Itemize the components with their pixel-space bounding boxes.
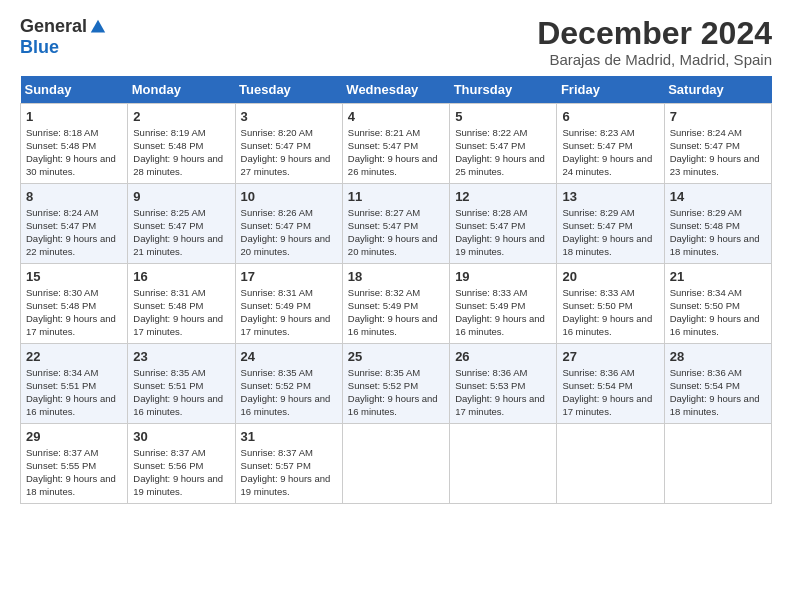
calendar-cell: [557, 424, 664, 504]
month-title: December 2024: [537, 16, 772, 51]
calendar-cell: 21Sunrise: 8:34 AMSunset: 5:50 PMDayligh…: [664, 264, 771, 344]
logo-general-text: General: [20, 16, 87, 37]
day-number: 21: [670, 268, 766, 286]
cell-content: Sunrise: 8:27 AMSunset: 5:47 PMDaylight:…: [348, 207, 444, 258]
calendar-cell: 7Sunrise: 8:24 AMSunset: 5:47 PMDaylight…: [664, 104, 771, 184]
calendar-cell: 16Sunrise: 8:31 AMSunset: 5:48 PMDayligh…: [128, 264, 235, 344]
cell-content: Sunrise: 8:18 AMSunset: 5:48 PMDaylight:…: [26, 127, 122, 178]
cell-content: Sunrise: 8:35 AMSunset: 5:51 PMDaylight:…: [133, 367, 229, 418]
cell-content: Sunrise: 8:29 AMSunset: 5:48 PMDaylight:…: [670, 207, 766, 258]
cell-content: Sunrise: 8:36 AMSunset: 5:53 PMDaylight:…: [455, 367, 551, 418]
calendar-cell: [664, 424, 771, 504]
cell-content: Sunrise: 8:24 AMSunset: 5:47 PMDaylight:…: [670, 127, 766, 178]
day-number: 10: [241, 188, 337, 206]
day-number: 9: [133, 188, 229, 206]
calendar-cell: 12Sunrise: 8:28 AMSunset: 5:47 PMDayligh…: [450, 184, 557, 264]
cell-content: Sunrise: 8:35 AMSunset: 5:52 PMDaylight:…: [241, 367, 337, 418]
logo-icon: [89, 18, 107, 36]
calendar-cell: 29Sunrise: 8:37 AMSunset: 5:55 PMDayligh…: [21, 424, 128, 504]
logo-blue-text: Blue: [20, 37, 59, 58]
calendar-cell: 6Sunrise: 8:23 AMSunset: 5:47 PMDaylight…: [557, 104, 664, 184]
day-number: 30: [133, 428, 229, 446]
svg-marker-0: [91, 19, 105, 32]
cell-content: Sunrise: 8:28 AMSunset: 5:47 PMDaylight:…: [455, 207, 551, 258]
cell-content: Sunrise: 8:30 AMSunset: 5:48 PMDaylight:…: [26, 287, 122, 338]
header-tuesday: Tuesday: [235, 76, 342, 104]
day-number: 24: [241, 348, 337, 366]
cell-content: Sunrise: 8:29 AMSunset: 5:47 PMDaylight:…: [562, 207, 658, 258]
day-number: 28: [670, 348, 766, 366]
calendar-week-row: 22Sunrise: 8:34 AMSunset: 5:51 PMDayligh…: [21, 344, 772, 424]
day-number: 23: [133, 348, 229, 366]
calendar-cell: 10Sunrise: 8:26 AMSunset: 5:47 PMDayligh…: [235, 184, 342, 264]
calendar-cell: [342, 424, 449, 504]
calendar-cell: 19Sunrise: 8:33 AMSunset: 5:49 PMDayligh…: [450, 264, 557, 344]
calendar-cell: 2Sunrise: 8:19 AMSunset: 5:48 PMDaylight…: [128, 104, 235, 184]
day-number: 1: [26, 108, 122, 126]
header-saturday: Saturday: [664, 76, 771, 104]
cell-content: Sunrise: 8:31 AMSunset: 5:49 PMDaylight:…: [241, 287, 337, 338]
cell-content: Sunrise: 8:37 AMSunset: 5:55 PMDaylight:…: [26, 447, 122, 498]
calendar-week-row: 15Sunrise: 8:30 AMSunset: 5:48 PMDayligh…: [21, 264, 772, 344]
day-number: 14: [670, 188, 766, 206]
header-monday: Monday: [128, 76, 235, 104]
cell-content: Sunrise: 8:36 AMSunset: 5:54 PMDaylight:…: [562, 367, 658, 418]
calendar-cell: 25Sunrise: 8:35 AMSunset: 5:52 PMDayligh…: [342, 344, 449, 424]
cell-content: Sunrise: 8:21 AMSunset: 5:47 PMDaylight:…: [348, 127, 444, 178]
cell-content: Sunrise: 8:33 AMSunset: 5:49 PMDaylight:…: [455, 287, 551, 338]
header-wednesday: Wednesday: [342, 76, 449, 104]
logo: General Blue: [20, 16, 107, 58]
cell-content: Sunrise: 8:32 AMSunset: 5:49 PMDaylight:…: [348, 287, 444, 338]
day-number: 13: [562, 188, 658, 206]
cell-content: Sunrise: 8:24 AMSunset: 5:47 PMDaylight:…: [26, 207, 122, 258]
day-number: 27: [562, 348, 658, 366]
calendar-cell: 14Sunrise: 8:29 AMSunset: 5:48 PMDayligh…: [664, 184, 771, 264]
day-number: 25: [348, 348, 444, 366]
calendar-table: Sunday Monday Tuesday Wednesday Thursday…: [20, 76, 772, 504]
cell-content: Sunrise: 8:25 AMSunset: 5:47 PMDaylight:…: [133, 207, 229, 258]
day-number: 26: [455, 348, 551, 366]
calendar-cell: 17Sunrise: 8:31 AMSunset: 5:49 PMDayligh…: [235, 264, 342, 344]
day-number: 19: [455, 268, 551, 286]
calendar-cell: [450, 424, 557, 504]
calendar-cell: 11Sunrise: 8:27 AMSunset: 5:47 PMDayligh…: [342, 184, 449, 264]
cell-content: Sunrise: 8:26 AMSunset: 5:47 PMDaylight:…: [241, 207, 337, 258]
day-number: 20: [562, 268, 658, 286]
day-number: 15: [26, 268, 122, 286]
calendar-cell: 8Sunrise: 8:24 AMSunset: 5:47 PMDaylight…: [21, 184, 128, 264]
day-number: 22: [26, 348, 122, 366]
calendar-cell: 9Sunrise: 8:25 AMSunset: 5:47 PMDaylight…: [128, 184, 235, 264]
day-number: 29: [26, 428, 122, 446]
calendar-cell: 18Sunrise: 8:32 AMSunset: 5:49 PMDayligh…: [342, 264, 449, 344]
cell-content: Sunrise: 8:20 AMSunset: 5:47 PMDaylight:…: [241, 127, 337, 178]
cell-content: Sunrise: 8:33 AMSunset: 5:50 PMDaylight:…: [562, 287, 658, 338]
day-number: 3: [241, 108, 337, 126]
calendar-week-row: 8Sunrise: 8:24 AMSunset: 5:47 PMDaylight…: [21, 184, 772, 264]
cell-content: Sunrise: 8:34 AMSunset: 5:51 PMDaylight:…: [26, 367, 122, 418]
cell-content: Sunrise: 8:19 AMSunset: 5:48 PMDaylight:…: [133, 127, 229, 178]
calendar-cell: 24Sunrise: 8:35 AMSunset: 5:52 PMDayligh…: [235, 344, 342, 424]
cell-content: Sunrise: 8:22 AMSunset: 5:47 PMDaylight:…: [455, 127, 551, 178]
header-sunday: Sunday: [21, 76, 128, 104]
calendar-cell: 1Sunrise: 8:18 AMSunset: 5:48 PMDaylight…: [21, 104, 128, 184]
calendar-cell: 30Sunrise: 8:37 AMSunset: 5:56 PMDayligh…: [128, 424, 235, 504]
day-number: 5: [455, 108, 551, 126]
cell-content: Sunrise: 8:34 AMSunset: 5:50 PMDaylight:…: [670, 287, 766, 338]
calendar-cell: 5Sunrise: 8:22 AMSunset: 5:47 PMDaylight…: [450, 104, 557, 184]
cell-content: Sunrise: 8:37 AMSunset: 5:57 PMDaylight:…: [241, 447, 337, 498]
day-number: 31: [241, 428, 337, 446]
day-number: 11: [348, 188, 444, 206]
weekday-header-row: Sunday Monday Tuesday Wednesday Thursday…: [21, 76, 772, 104]
day-number: 18: [348, 268, 444, 286]
day-number: 8: [26, 188, 122, 206]
location-text: Barajas de Madrid, Madrid, Spain: [537, 51, 772, 68]
day-number: 12: [455, 188, 551, 206]
calendar-cell: 4Sunrise: 8:21 AMSunset: 5:47 PMDaylight…: [342, 104, 449, 184]
calendar-cell: 27Sunrise: 8:36 AMSunset: 5:54 PMDayligh…: [557, 344, 664, 424]
calendar-cell: 28Sunrise: 8:36 AMSunset: 5:54 PMDayligh…: [664, 344, 771, 424]
day-number: 6: [562, 108, 658, 126]
calendar-cell: 22Sunrise: 8:34 AMSunset: 5:51 PMDayligh…: [21, 344, 128, 424]
cell-content: Sunrise: 8:35 AMSunset: 5:52 PMDaylight:…: [348, 367, 444, 418]
header-thursday: Thursday: [450, 76, 557, 104]
calendar-cell: 31Sunrise: 8:37 AMSunset: 5:57 PMDayligh…: [235, 424, 342, 504]
